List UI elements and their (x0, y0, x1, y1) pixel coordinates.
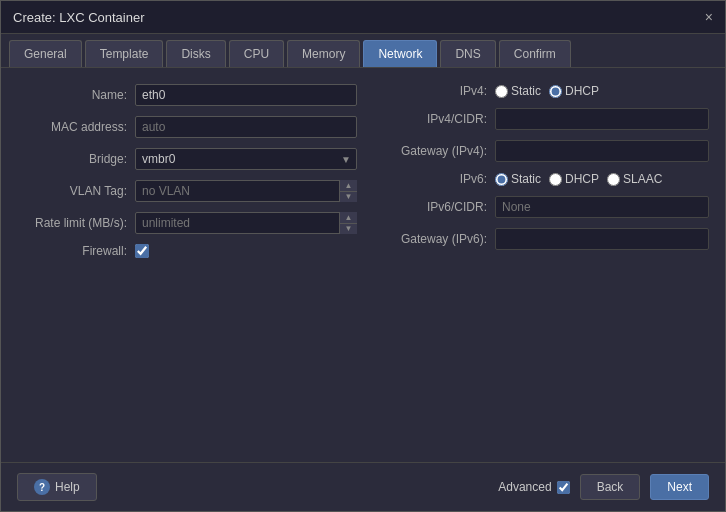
ipv4-static-label[interactable]: Static (495, 84, 541, 98)
vlan-down-button[interactable]: ▼ (340, 192, 357, 203)
ipv6-static-radio[interactable] (495, 173, 508, 186)
name-label: Name: (17, 88, 127, 102)
rate-row: Rate limit (MB/s): ▲ ▼ (17, 212, 357, 234)
gateway-ipv4-row: Gateway (IPv4): (377, 140, 709, 162)
tab-cpu[interactable]: CPU (229, 40, 284, 67)
firewall-checkbox-wrapper (135, 244, 149, 258)
ipv4-row: IPv4: Static DHCP (377, 84, 709, 98)
ipv6-radio-group: Static DHCP SLAAC (495, 172, 662, 186)
gateway-ipv4-label: Gateway (IPv4): (377, 144, 487, 158)
title-bar: Create: LXC Container × (1, 1, 725, 34)
firewall-label: Firewall: (17, 244, 127, 258)
ipv6-static-label[interactable]: Static (495, 172, 541, 186)
mac-input[interactable] (135, 116, 357, 138)
ipv6-row: IPv6: Static DHCP SLAAC (377, 172, 709, 186)
tab-bar: General Template Disks CPU Memory Networ… (1, 34, 725, 68)
ipv6-cidr-input[interactable] (495, 196, 709, 218)
rate-label: Rate limit (MB/s): (17, 216, 127, 230)
ipv4-cidr-label: IPv4/CIDR: (377, 112, 487, 126)
content-area: Name: MAC address: Bridge: vmbr0 ▼ (1, 68, 725, 462)
gateway-ipv4-input[interactable] (495, 140, 709, 162)
name-input[interactable] (135, 84, 357, 106)
bridge-row: Bridge: vmbr0 ▼ (17, 148, 357, 170)
gateway-ipv6-input[interactable] (495, 228, 709, 250)
bridge-select[interactable]: vmbr0 (135, 148, 357, 170)
footer: ? Help Advanced Back Next (1, 462, 725, 511)
help-button[interactable]: ? Help (17, 473, 97, 501)
ipv4-static-radio[interactable] (495, 85, 508, 98)
rate-up-button[interactable]: ▲ (340, 212, 357, 224)
ipv4-label: IPv4: (377, 84, 487, 98)
tab-disks[interactable]: Disks (166, 40, 225, 67)
vlan-input[interactable] (135, 180, 357, 202)
dialog-title: Create: LXC Container (13, 10, 145, 25)
mac-row: MAC address: (17, 116, 357, 138)
tab-dns[interactable]: DNS (440, 40, 495, 67)
vlan-up-button[interactable]: ▲ (340, 180, 357, 192)
close-button[interactable]: × (705, 9, 713, 25)
advanced-checkbox[interactable] (557, 481, 570, 494)
ipv6-slaac-label[interactable]: SLAAC (607, 172, 662, 186)
name-row: Name: (17, 84, 357, 106)
tab-network[interactable]: Network (363, 40, 437, 67)
tab-memory[interactable]: Memory (287, 40, 360, 67)
gateway-ipv6-row: Gateway (IPv6): (377, 228, 709, 250)
help-icon: ? (34, 479, 50, 495)
rate-down-button[interactable]: ▼ (340, 224, 357, 235)
ipv6-dhcp-label[interactable]: DHCP (549, 172, 599, 186)
ipv6-label: IPv6: (377, 172, 487, 186)
ipv6-cidr-row: IPv6/CIDR: (377, 196, 709, 218)
rate-spinner-buttons: ▲ ▼ (339, 212, 357, 234)
advanced-label: Advanced (498, 480, 551, 494)
bridge-label: Bridge: (17, 152, 127, 166)
advanced-section: Advanced (498, 480, 569, 494)
rate-input[interactable] (135, 212, 357, 234)
ipv6-slaac-radio[interactable] (607, 173, 620, 186)
right-panel: IPv4: Static DHCP IPv4/CIDR: (377, 84, 709, 446)
tab-general[interactable]: General (9, 40, 82, 67)
ipv4-dhcp-radio[interactable] (549, 85, 562, 98)
tab-confirm[interactable]: Confirm (499, 40, 571, 67)
footer-left: ? Help (17, 473, 488, 501)
firewall-row: Firewall: (17, 244, 357, 258)
create-lxc-dialog: Create: LXC Container × General Template… (0, 0, 726, 512)
mac-label: MAC address: (17, 120, 127, 134)
rate-spinner: ▲ ▼ (135, 212, 357, 234)
left-panel: Name: MAC address: Bridge: vmbr0 ▼ (17, 84, 357, 446)
ipv4-dhcp-label[interactable]: DHCP (549, 84, 599, 98)
firewall-checkbox[interactable] (135, 244, 149, 258)
back-button[interactable]: Back (580, 474, 641, 500)
bridge-select-wrapper: vmbr0 ▼ (135, 148, 357, 170)
ipv4-radio-group: Static DHCP (495, 84, 599, 98)
ipv6-dhcp-radio[interactable] (549, 173, 562, 186)
gateway-ipv6-label: Gateway (IPv6): (377, 232, 487, 246)
vlan-spinner-buttons: ▲ ▼ (339, 180, 357, 202)
ipv4-cidr-input[interactable] (495, 108, 709, 130)
vlan-label: VLAN Tag: (17, 184, 127, 198)
ipv4-cidr-row: IPv4/CIDR: (377, 108, 709, 130)
ipv6-cidr-label: IPv6/CIDR: (377, 200, 487, 214)
vlan-spinner: ▲ ▼ (135, 180, 357, 202)
tab-template[interactable]: Template (85, 40, 164, 67)
vlan-row: VLAN Tag: ▲ ▼ (17, 180, 357, 202)
next-button[interactable]: Next (650, 474, 709, 500)
